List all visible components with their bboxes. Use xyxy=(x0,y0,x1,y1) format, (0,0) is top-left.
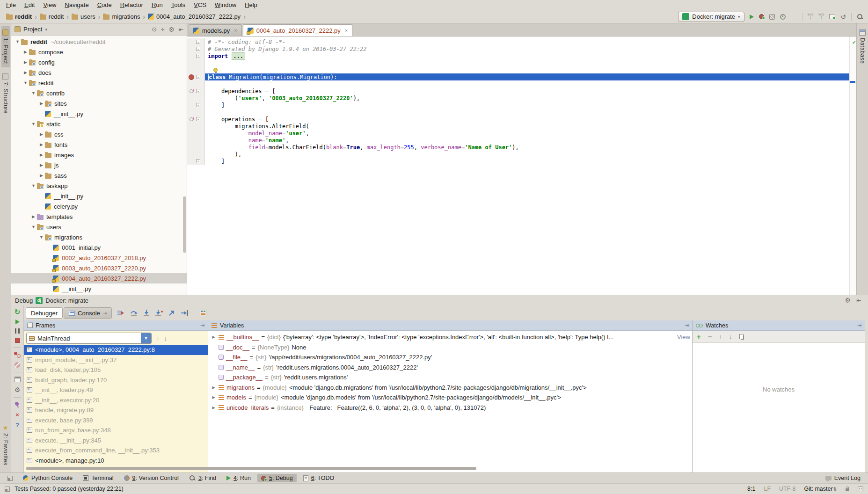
move-down-icon[interactable]: ↓ xyxy=(729,334,732,340)
gutter[interactable]: - xyxy=(187,73,205,80)
inspections-ok-icon[interactable]: ✔ xyxy=(853,39,856,45)
tree-item[interactable]: ▼static xyxy=(11,119,187,129)
stack-frame[interactable]: import_module, __init__.py:37 xyxy=(24,355,208,365)
gutter-marker[interactable] xyxy=(187,89,195,93)
remove-icon[interactable]: − xyxy=(708,333,712,340)
tree-item[interactable]: ▶compose xyxy=(11,47,187,57)
stack-frame[interactable]: execute, __init__.py:345 xyxy=(24,436,208,446)
variable-row[interactable]: __name__ = {str} 'reddit.users.migration… xyxy=(208,363,692,373)
help-icon[interactable]: ? xyxy=(15,422,19,428)
run-icon[interactable] xyxy=(750,15,754,19)
gutter[interactable] xyxy=(187,144,205,151)
tree-item[interactable]: ▼reddit~/cookiecutter/reddit xyxy=(11,36,187,47)
tree-item[interactable]: ▶sass xyxy=(11,170,187,181)
stack-frame[interactable]: handle, migrate.py:89 xyxy=(24,405,208,415)
float-panel-icon[interactable]: ⇥ xyxy=(685,322,689,328)
variable-row[interactable]: ▶migrations = {module} <module 'django.d… xyxy=(208,383,692,393)
run-configuration-selector[interactable]: Docker: migrate▾ xyxy=(678,12,744,22)
variable-expand-icon[interactable]: ▶ xyxy=(211,406,216,410)
gutter[interactable]: - xyxy=(187,87,205,94)
menu-item-edit[interactable]: Edit xyxy=(20,0,39,10)
tree-item[interactable]: __init__.py xyxy=(11,191,187,201)
tree-expand-icon[interactable]: ▶ xyxy=(38,142,45,147)
code-line[interactable]: model_name='user', xyxy=(187,130,856,137)
variable-row[interactable]: __doc__ = {NoneType} None xyxy=(208,342,692,353)
tree-item[interactable]: __init__.py xyxy=(11,283,187,294)
event-log-button[interactable]: Event Log xyxy=(822,474,864,482)
debug-tab-debugger[interactable]: Debugger xyxy=(26,307,63,319)
frame-down-icon[interactable]: ↓ xyxy=(164,335,168,342)
variable-row[interactable]: ▶__builtins__ = {dict} {'bytearray': <ty… xyxy=(208,332,692,342)
tree-expand-icon[interactable]: ▶ xyxy=(38,101,45,106)
hector-icon[interactable] xyxy=(858,487,863,491)
stack-frame[interactable]: execute_from_command_line, __init__.py:3… xyxy=(24,445,208,456)
code-line[interactable]: - ] xyxy=(187,158,856,165)
line-ending[interactable]: LF xyxy=(764,486,771,492)
breadcrumb-item[interactable]: reddit xyxy=(5,13,33,20)
toolwindow-button-debug[interactable]: 5: Debug xyxy=(257,474,297,482)
menu-item-view[interactable]: View xyxy=(39,0,60,10)
gutter[interactable] xyxy=(187,80,205,87)
tree-expand-icon[interactable]: ▶ xyxy=(22,50,29,54)
code-line[interactable]: field=models.CharField(blank=True, max_l… xyxy=(187,144,856,151)
restore-layout-icon[interactable] xyxy=(15,377,21,382)
search-everywhere-icon[interactable] xyxy=(857,14,863,20)
tree-item[interactable]: ▼migrations xyxy=(11,232,187,242)
step-into-icon[interactable] xyxy=(143,310,150,316)
error-stripe[interactable]: ✔ xyxy=(849,36,856,295)
fold-collapse-icon[interactable]: - xyxy=(196,117,200,121)
gutter[interactable] xyxy=(187,130,205,137)
tree-item[interactable]: ▼taskapp xyxy=(11,181,187,191)
code-line[interactable] xyxy=(187,66,856,73)
code-line[interactable]: +import ... xyxy=(187,52,856,59)
run-configurations-icon[interactable] xyxy=(791,15,797,19)
tree-expand-icon[interactable]: ▶ xyxy=(38,153,45,157)
vcs-commit-icon[interactable]: VCS↑ xyxy=(818,13,824,20)
gutter[interactable] xyxy=(187,59,205,66)
stack-frame[interactable]: execute, base.py:399 xyxy=(24,415,208,426)
tree-item[interactable]: 0003_auto_20160327_2220.py xyxy=(11,263,187,273)
view-breakpoints-icon[interactable] xyxy=(14,352,21,358)
variable-view-link[interactable]: View xyxy=(672,334,690,341)
resume-icon[interactable] xyxy=(15,320,20,324)
gutter[interactable]: + xyxy=(187,52,205,59)
run-to-cursor-icon[interactable] xyxy=(181,310,188,316)
toolwindow-toggle-icon[interactable] xyxy=(5,487,10,492)
code-line[interactable]: ('users', '0003_auto_20160327_2220'), xyxy=(187,94,856,102)
gutter-marker[interactable] xyxy=(187,117,195,121)
stack-frame[interactable]: <module>, manage.py:10 xyxy=(24,456,208,466)
tree-expand-icon[interactable]: ▶ xyxy=(22,70,29,75)
rerun-icon[interactable]: ↻ xyxy=(15,308,21,315)
toolwindow-button-version-control[interactable]: 9: Version Control xyxy=(120,474,182,482)
move-up-icon[interactable]: ↑ xyxy=(719,334,722,340)
stack-frame[interactable]: build_graph, loader.py:170 xyxy=(24,375,208,385)
current-line-stripe-mark[interactable] xyxy=(850,81,855,83)
breadcrumb-item[interactable]: 0004_auto_20160327_2222.py xyxy=(146,13,242,20)
fold-marker[interactable]: - xyxy=(195,89,201,93)
fold-collapse-icon[interactable]: - xyxy=(196,75,200,79)
lock-icon[interactable] xyxy=(846,488,849,491)
close-icon[interactable]: × xyxy=(15,412,19,418)
breadcrumb-item[interactable]: migrations xyxy=(102,13,141,20)
code-line[interactable]: - ] xyxy=(187,102,856,109)
show-execution-point-icon[interactable] xyxy=(117,310,124,316)
coverage-icon[interactable] xyxy=(769,14,775,20)
tree-expand-icon[interactable]: ▶ xyxy=(30,214,37,219)
tree-item[interactable]: ▶js xyxy=(11,160,187,170)
pin-icon[interactable] xyxy=(14,401,19,406)
tree-collapse-icon[interactable]: ▼ xyxy=(30,225,37,229)
breadcrumb-item[interactable]: users xyxy=(70,13,97,20)
fold-marker[interactable]: + xyxy=(195,54,201,58)
gutter[interactable]: - xyxy=(187,45,205,52)
tree-collapse-icon[interactable]: ▼ xyxy=(22,80,29,85)
code-line[interactable]: ), xyxy=(187,151,856,158)
tree-item[interactable]: 0002_auto_20160327_2018.py xyxy=(11,253,187,263)
tree-item[interactable]: ▶css xyxy=(11,129,187,139)
fold-collapse-icon[interactable]: - xyxy=(196,159,200,163)
variable-row[interactable]: __package__ = {str} 'reddit.users.migrat… xyxy=(208,372,692,383)
tree-expand-icon[interactable]: ▶ xyxy=(38,173,45,178)
tree-item[interactable]: ▶templates xyxy=(11,211,187,222)
gutter[interactable] xyxy=(187,66,205,73)
close-tab-icon[interactable]: × xyxy=(345,28,348,33)
fold-marker[interactable]: - xyxy=(195,103,201,107)
